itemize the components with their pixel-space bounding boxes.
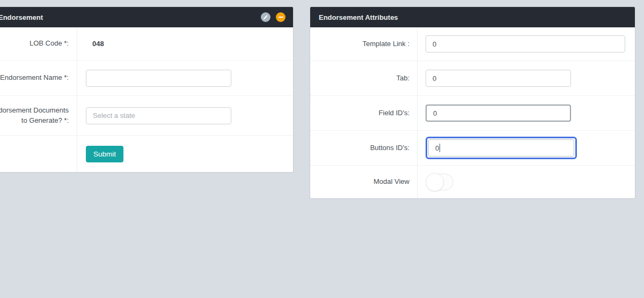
submit-row: Submit [0,136,293,172]
tab-input[interactable] [426,70,571,87]
endorsement-name-row: Endorsement Name *: [0,61,293,96]
minus-icon [279,17,283,18]
edit-icon[interactable] [261,12,270,22]
endorsement-panel-header: Endorsement [0,7,293,27]
submit-button[interactable]: Submit [86,146,123,162]
template-link-input[interactable] [426,35,625,53]
panel-header-actions [261,12,286,22]
submit-row-spacer [0,136,77,172]
buttons-ids-row: Buttons ID's: 0 [310,131,635,166]
documents-to-generate-label: Endorsement Documents to Generate? *: [0,96,77,135]
field-ids-row: Field ID's: [310,96,635,131]
text-caret [440,144,440,152]
pencil-icon [263,14,268,20]
endorsement-panel: Endorsement LOB Code *: 048 Endorsement … [0,6,294,173]
buttons-ids-value: 0 [435,144,439,152]
toggle-knob-icon [426,173,444,191]
endorsement-name-input[interactable] [86,70,231,87]
buttons-ids-label: Buttons ID's: [310,131,418,165]
buttons-ids-input[interactable]: 0 [428,139,574,157]
modal-view-toggle[interactable] [426,174,453,190]
tab-row: Tab: [310,61,635,96]
endorsement-attributes-title: Endorsement Attributes [319,13,398,21]
endorsement-attributes-header: Endorsement Attributes [310,7,635,27]
modal-view-row: Modal View [310,166,635,198]
lob-code-row: LOB Code *: 048 [0,27,293,61]
documents-to-generate-select[interactable] [86,107,231,124]
buttons-ids-focus-ring: 0 [426,137,577,159]
field-ids-label: Field ID's: [310,96,418,130]
modal-view-label: Modal View [310,166,418,198]
lob-code-label: LOB Code *: [0,27,77,60]
endorsement-attributes-panel: Endorsement Attributes Template Link : T… [310,6,635,199]
collapse-icon[interactable] [276,12,286,22]
documents-to-generate-row: Endorsement Documents to Generate? *: [0,96,293,136]
endorsement-panel-title: Endorsement [0,13,43,21]
template-link-row: Template Link : [310,27,635,61]
endorsement-name-label: Endorsement Name *: [0,61,77,95]
tab-label: Tab: [310,61,418,95]
field-ids-input[interactable] [426,105,571,122]
lob-code-value: 048 [86,40,104,48]
template-link-label: Template Link : [310,27,418,61]
